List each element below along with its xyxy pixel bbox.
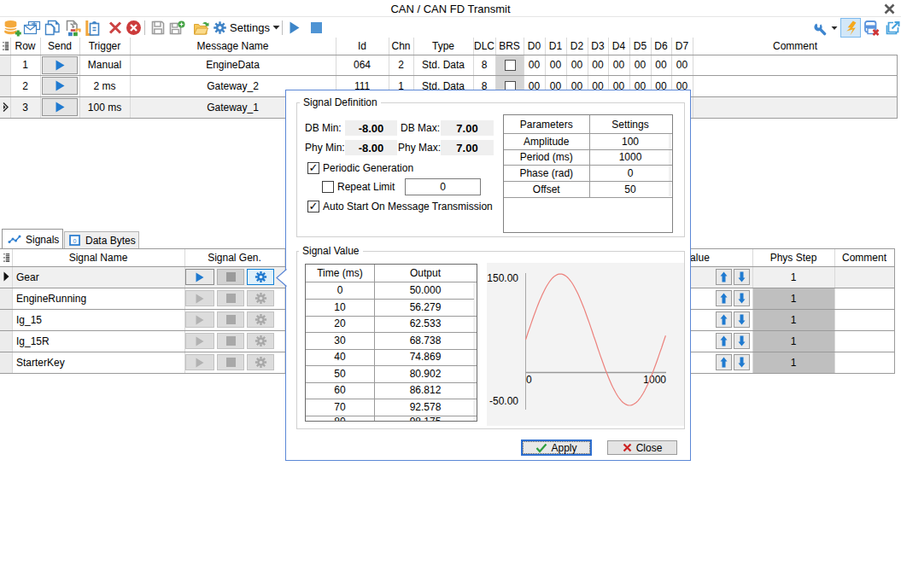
svg-text:-50.00: -50.00: [489, 395, 518, 407]
svg-text:0: 0: [73, 238, 77, 244]
svg-text:1000: 1000: [643, 374, 666, 386]
svg-text:150.00: 150.00: [487, 272, 518, 284]
svg-text:0: 0: [526, 374, 532, 386]
